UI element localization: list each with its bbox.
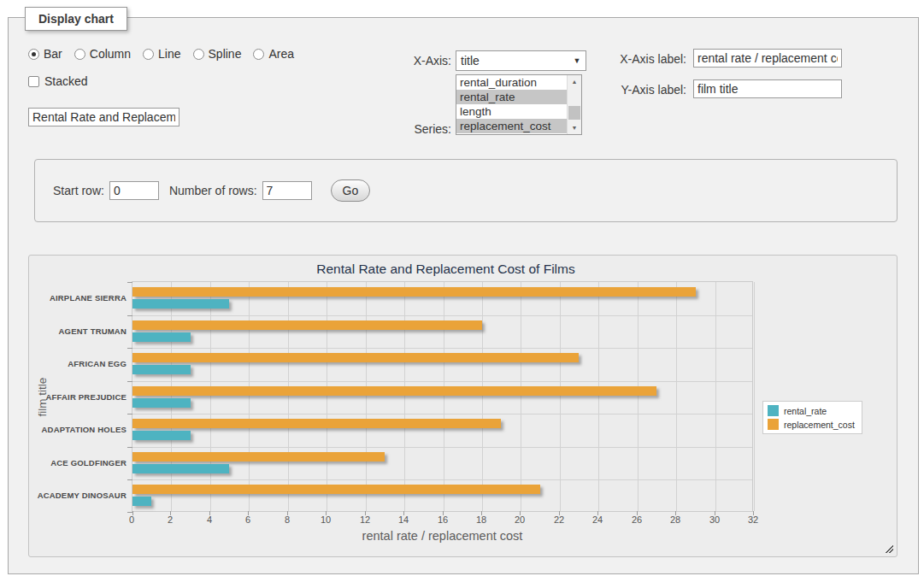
y-axis-tick bbox=[127, 315, 132, 316]
x-axis-tick-label: 22 bbox=[542, 514, 576, 525]
x-axis-tick-label: 0 bbox=[115, 514, 149, 525]
display-chart-fieldset: Display chart Bar Column Line Spline Are… bbox=[8, 17, 919, 574]
legend-entry: replacement_cost bbox=[768, 419, 855, 430]
series-option-length[interactable]: length bbox=[456, 104, 567, 119]
gridline bbox=[598, 282, 599, 511]
x-axis-tick-label: 6 bbox=[231, 514, 265, 525]
gridline bbox=[676, 282, 677, 511]
chart-type-spline-label: Spline bbox=[209, 47, 242, 61]
bar-replacement_cost bbox=[132, 353, 579, 362]
go-button[interactable]: Go bbox=[331, 179, 371, 202]
gridline bbox=[132, 479, 752, 480]
y-axis-tick bbox=[127, 348, 132, 349]
gridline bbox=[132, 315, 752, 316]
chart-type-line[interactable]: Line bbox=[143, 47, 180, 61]
gridline bbox=[249, 282, 250, 511]
chart-type-area-label: Area bbox=[268, 47, 294, 61]
bar-replacement_cost bbox=[132, 287, 696, 297]
gridline bbox=[132, 447, 752, 448]
bar-rental_rate bbox=[132, 398, 191, 408]
scroll-up-icon[interactable]: ▲ bbox=[568, 75, 581, 88]
x-axis-tick-label: 4 bbox=[192, 514, 227, 525]
chart-type-line-label: Line bbox=[158, 47, 180, 61]
plot-area bbox=[132, 281, 753, 512]
start-row-input[interactable] bbox=[109, 181, 159, 200]
stacked-checkbox[interactable] bbox=[28, 76, 39, 87]
radio-icon[interactable] bbox=[253, 49, 264, 60]
chart-type-column-label: Column bbox=[90, 47, 131, 61]
gridline bbox=[444, 282, 444, 511]
gridline bbox=[404, 282, 405, 511]
series-option-rental-rate[interactable]: rental_rate bbox=[456, 90, 567, 104]
series-listbox-label: Series: bbox=[380, 122, 451, 136]
scroll-down-icon[interactable]: ▼ bbox=[568, 121, 581, 134]
legend-entry: rental_rate bbox=[768, 405, 855, 416]
legend-swatch-icon bbox=[768, 405, 779, 416]
series-option-rental-duration[interactable]: rental_duration bbox=[456, 75, 567, 90]
x-axis-select[interactable]: title ▼ bbox=[456, 50, 586, 71]
x-axis-tick-label: 24 bbox=[580, 514, 615, 525]
radio-icon[interactable] bbox=[193, 49, 204, 60]
gridline bbox=[638, 282, 639, 511]
start-row-label: Start row: bbox=[53, 184, 104, 197]
bar-rental_rate bbox=[132, 464, 229, 473]
y-axis-tick bbox=[127, 414, 132, 414]
legend-swatch-icon bbox=[768, 419, 779, 430]
x-axis-tick-label: 26 bbox=[620, 514, 654, 525]
y-axis-tick bbox=[127, 447, 132, 448]
y-axis-label-input[interactable] bbox=[693, 79, 842, 98]
chart-title-input[interactable] bbox=[28, 108, 180, 126]
x-axis-selected-value: title bbox=[456, 54, 568, 68]
series-options: rental_duration rental_rate length repla… bbox=[456, 75, 567, 134]
num-rows-label: Number of rows: bbox=[169, 184, 257, 197]
bar-replacement_cost bbox=[132, 386, 656, 396]
gridline bbox=[482, 282, 483, 511]
legend-label: replacement_cost bbox=[784, 420, 855, 430]
scrollbar-track[interactable] bbox=[568, 88, 581, 121]
radio-icon[interactable] bbox=[143, 49, 154, 60]
resize-handle-icon[interactable] bbox=[884, 544, 893, 553]
x-axis-tick-label: 18 bbox=[464, 514, 498, 525]
chart-type-column[interactable]: Column bbox=[74, 47, 131, 61]
chart-title: Rental Rate and Replacement Cost of Film… bbox=[29, 262, 862, 277]
y-axis-label-caption: Y-Axis label: bbox=[607, 83, 686, 97]
gridline bbox=[560, 282, 561, 511]
category-label: AGENT TRUMAN bbox=[29, 315, 127, 348]
x-axis-tick-label: 14 bbox=[386, 514, 421, 525]
gridline bbox=[366, 282, 367, 511]
category-label: ACADEMY DINOSAUR bbox=[29, 479, 127, 512]
gridline bbox=[132, 414, 752, 414]
bar-replacement_cost bbox=[132, 320, 482, 330]
x-axis-label-caption: X-Axis label: bbox=[607, 52, 686, 66]
x-axis-tick-label: 30 bbox=[697, 514, 732, 525]
category-label: AIRPLANE SIERRA bbox=[29, 281, 127, 315]
y-axis-tick bbox=[127, 282, 132, 283]
y-axis-title: film title bbox=[36, 359, 49, 436]
gridline bbox=[210, 282, 211, 511]
gridline bbox=[715, 282, 716, 511]
x-axis-title: rental rate / replacement cost bbox=[132, 529, 753, 543]
bar-rental_rate bbox=[132, 431, 191, 440]
bar-rental_rate bbox=[132, 332, 191, 342]
series-listbox[interactable]: rental_duration rental_rate length repla… bbox=[456, 74, 582, 135]
chart-type-area[interactable]: Area bbox=[253, 47, 294, 61]
radio-icon[interactable] bbox=[74, 49, 85, 60]
gridline bbox=[132, 381, 752, 382]
stacked-checkbox-row[interactable]: Stacked bbox=[28, 74, 88, 88]
radio-icon[interactable] bbox=[28, 49, 39, 60]
series-option-replacement-cost[interactable]: replacement_cost bbox=[456, 119, 567, 133]
bar-rental_rate bbox=[132, 365, 191, 374]
x-axis-label-input[interactable] bbox=[693, 49, 842, 68]
scrollbar-thumb[interactable] bbox=[568, 106, 580, 120]
chart-type-bar-label: Bar bbox=[44, 47, 62, 61]
x-axis-tick-label: 16 bbox=[426, 514, 460, 525]
listbox-scrollbar[interactable]: ▲ ▼ bbox=[567, 75, 581, 134]
x-axis-tick-label: 20 bbox=[503, 514, 537, 525]
chart-type-spline[interactable]: Spline bbox=[193, 47, 242, 61]
num-rows-input[interactable] bbox=[262, 181, 312, 200]
row-range-panel: Start row: Number of rows: Go bbox=[34, 159, 898, 222]
chart-type-bar[interactable]: Bar bbox=[28, 47, 62, 61]
gridline bbox=[171, 282, 172, 511]
bar-rental_rate bbox=[132, 497, 151, 506]
chart-type-radio-group: Bar Column Line Spline Area bbox=[28, 47, 294, 61]
